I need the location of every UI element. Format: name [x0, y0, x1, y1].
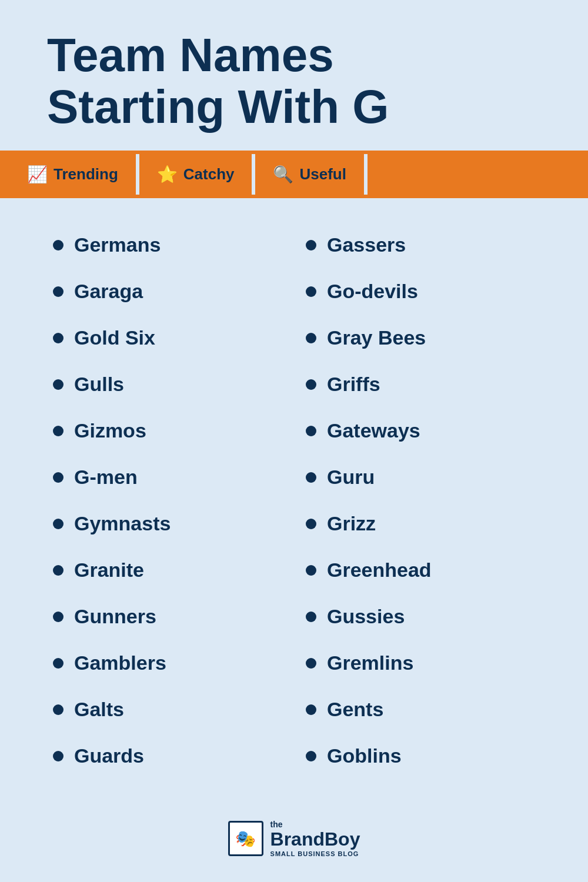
bullet	[306, 286, 316, 297]
tab-trending[interactable]: 📈 Trending	[9, 154, 136, 195]
bullet	[53, 565, 64, 576]
tab-catchy[interactable]: ⭐ Catchy	[139, 154, 252, 195]
footer-text: the BrandBoy SMALL BUSINESS BLOG	[270, 820, 360, 857]
item-text: Go-devils	[327, 280, 418, 303]
item-text: Gents	[327, 698, 383, 721]
list-item: Gizmos	[47, 407, 300, 454]
tabs-bar: 📈 Trending ⭐ Catchy 🔍 Useful	[0, 151, 588, 198]
bullet	[53, 612, 64, 622]
bullet	[306, 472, 316, 483]
bullet	[306, 704, 316, 715]
list-column-left: Germans Garaga Gold Six Gulls Gizmos G-m…	[47, 222, 300, 779]
header: Team Names Starting With G	[0, 0, 588, 151]
tab-useful[interactable]: 🔍 Useful	[255, 154, 363, 195]
footer-the-label: the	[270, 820, 360, 829]
item-text: Gunners	[74, 605, 156, 628]
footer-sub-label: SMALL BUSINESS BLOG	[270, 850, 360, 857]
footer: 🎭 the BrandBoy SMALL BUSINESS BLOG	[0, 803, 588, 881]
list-item: Gamblers	[47, 640, 300, 686]
bullet	[306, 240, 316, 250]
trending-icon: 📈	[27, 165, 48, 184]
list-item: Grizz	[300, 500, 553, 547]
item-text: Goblins	[327, 744, 402, 767]
item-text: Gassers	[327, 233, 406, 256]
list-item: Gray Bees	[300, 315, 553, 361]
item-text: Guards	[74, 744, 144, 767]
bullet	[306, 426, 316, 436]
page-wrapper: Team Names Starting With G 📈 Trending ⭐ …	[0, 0, 588, 882]
bullet	[53, 751, 64, 761]
bullet	[306, 565, 316, 576]
bullet	[306, 658, 316, 669]
item-text: Granite	[74, 559, 144, 582]
list-item: Griffs	[300, 361, 553, 407]
bullet	[53, 379, 64, 390]
bullet	[306, 612, 316, 622]
item-text: Gateways	[327, 419, 420, 442]
footer-brand-name: BrandBoy	[270, 829, 360, 850]
item-text: Guru	[327, 466, 375, 489]
list-item: Goblins	[300, 733, 553, 779]
item-text: Gamblers	[74, 652, 166, 674]
list-item: Germans	[47, 222, 300, 268]
list-item: Greenhead	[300, 547, 553, 593]
bullet	[53, 658, 64, 669]
list-item: Gunners	[47, 593, 300, 640]
list-item: Granite	[47, 547, 300, 593]
bullet	[53, 426, 64, 436]
list-item: Go-devils	[300, 268, 553, 315]
list-item: Gold Six	[47, 315, 300, 361]
bullet	[53, 472, 64, 483]
list-item: Gremlins	[300, 640, 553, 686]
item-text: Gizmos	[74, 419, 146, 442]
bullet	[306, 751, 316, 761]
list-item: Gassers	[300, 222, 553, 268]
item-text: Gymnasts	[74, 512, 171, 535]
tab-useful-label: Useful	[299, 165, 346, 183]
list-item: Guards	[47, 733, 300, 779]
list-column-right: Gassers Go-devils Gray Bees Griffs Gatew…	[300, 222, 553, 779]
item-text: Gold Six	[74, 326, 155, 349]
item-text: Gussies	[327, 605, 405, 628]
item-text: G-men	[74, 466, 138, 489]
item-text: Garaga	[74, 280, 143, 303]
bullet	[306, 519, 316, 529]
bullet	[53, 286, 64, 297]
item-text: Germans	[74, 233, 161, 256]
list-item: Guru	[300, 454, 553, 500]
list-item: Gents	[300, 686, 553, 733]
item-text: Galts	[74, 698, 124, 721]
catchy-icon: ⭐	[157, 165, 178, 184]
item-text: Gremlins	[327, 652, 413, 674]
bullet	[306, 333, 316, 343]
bullet	[306, 379, 316, 390]
tab-trending-label: Trending	[54, 165, 118, 183]
footer-logo: 🎭	[228, 821, 263, 856]
item-text: Gray Bees	[327, 326, 426, 349]
bullet	[53, 240, 64, 250]
tab-accent-left	[0, 154, 9, 195]
list-item: Galts	[47, 686, 300, 733]
list-item: Garaga	[47, 268, 300, 315]
item-text: Greenhead	[327, 559, 432, 582]
list-section: Germans Garaga Gold Six Gulls Gizmos G-m…	[0, 198, 588, 803]
list-item: Gulls	[47, 361, 300, 407]
list-item: G-men	[47, 454, 300, 500]
bullet	[53, 704, 64, 715]
useful-icon: 🔍	[273, 165, 293, 184]
list-item: Gymnasts	[47, 500, 300, 547]
tab-catchy-label: Catchy	[183, 165, 235, 183]
item-text: Gulls	[74, 373, 124, 396]
bullet	[53, 519, 64, 529]
tab-accent-right	[368, 154, 588, 195]
list-item: Gussies	[300, 593, 553, 640]
item-text: Grizz	[327, 512, 376, 535]
bullet	[53, 333, 64, 343]
page-title: Team Names Starting With G	[47, 29, 541, 133]
item-text: Griffs	[327, 373, 380, 396]
list-item: Gateways	[300, 407, 553, 454]
